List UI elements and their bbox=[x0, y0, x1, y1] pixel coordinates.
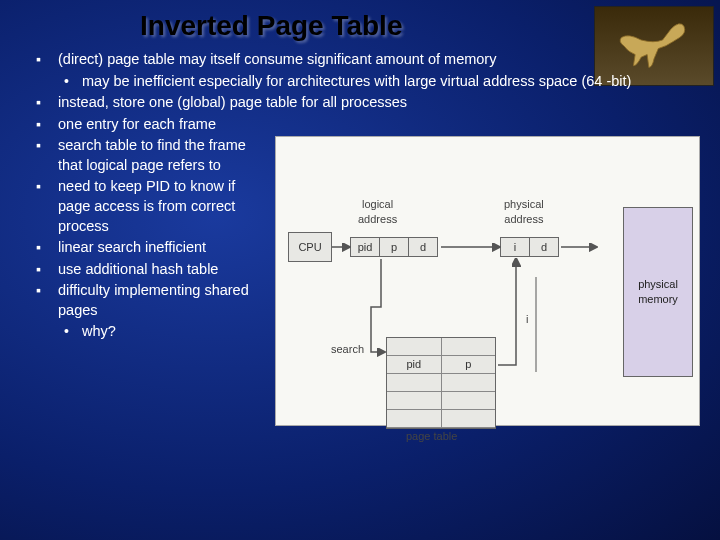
page-table-label: page table bbox=[406, 429, 457, 444]
logical-address-label: logical address bbox=[358, 197, 397, 227]
bullet-8: difficulty implementing shared pages why… bbox=[30, 281, 265, 342]
bullet-8-text: difficulty implementing shared pages bbox=[58, 282, 249, 318]
cpu-box: CPU bbox=[288, 232, 332, 262]
bullet-6: linear search inefficient bbox=[30, 238, 265, 258]
ptable-pid: pid bbox=[387, 356, 442, 373]
bullet-7: use additional hash table bbox=[30, 260, 265, 280]
bullet-3: one entry for each frame bbox=[30, 115, 700, 135]
diagram: CPU logical address pid p d physical add… bbox=[275, 136, 700, 426]
cell-d2: d bbox=[529, 237, 559, 257]
bullet-8-sub: why? bbox=[58, 322, 265, 342]
cell-d: d bbox=[408, 237, 438, 257]
search-label: search bbox=[331, 342, 364, 357]
bullet-5: need to keep PID to know if page access … bbox=[30, 177, 265, 236]
physical-address-cells: i d bbox=[501, 237, 559, 257]
bullet-1-sub: may be inefficient especially for archit… bbox=[58, 72, 700, 92]
physical-address-label: physical address bbox=[504, 197, 544, 227]
physical-memory-box: physical memory bbox=[623, 207, 693, 377]
bullet-2: instead, store one (global) page table f… bbox=[30, 93, 700, 113]
cell-pid: pid bbox=[350, 237, 380, 257]
ptable-p: p bbox=[442, 356, 496, 373]
cell-p: p bbox=[379, 237, 409, 257]
i-label: i bbox=[526, 312, 528, 327]
page-table-box: pid p bbox=[386, 337, 496, 429]
cell-i: i bbox=[500, 237, 530, 257]
bullet-1-text: (direct) page table may itself consume s… bbox=[58, 51, 496, 67]
slide-content: (direct) page table may itself consume s… bbox=[0, 50, 720, 426]
bullet-4: search table to find the frame that logi… bbox=[30, 136, 265, 175]
bullet-1: (direct) page table may itself consume s… bbox=[30, 50, 700, 91]
logical-address-cells: pid p d bbox=[351, 237, 438, 257]
physical-memory-label: physical memory bbox=[638, 277, 678, 307]
